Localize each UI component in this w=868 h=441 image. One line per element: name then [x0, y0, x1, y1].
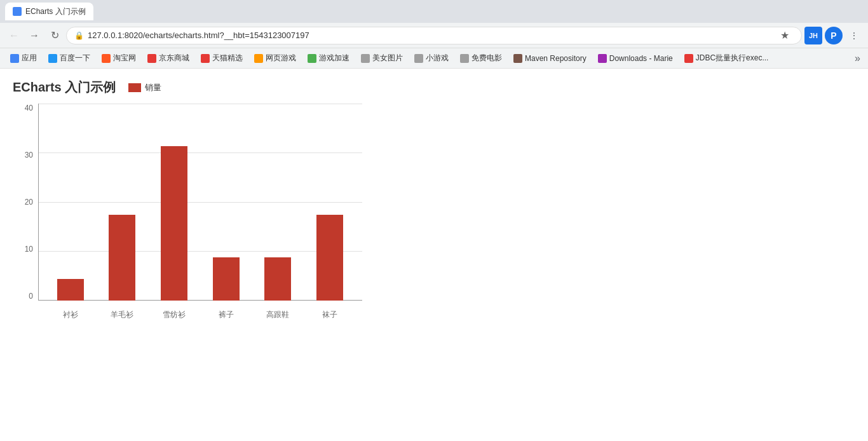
- bookmark-gameacc-label: 游戏加速: [319, 53, 349, 64]
- chart-legend: 销量: [128, 82, 161, 93]
- browser-chrome: ECharts 入门示例 ← → ↻ 🔒 127.0.0.1:8020/echa…: [0, 0, 868, 69]
- lock-icon: 🔒: [74, 31, 84, 40]
- x-axis: 衬衫羊毛衫雪纺衫裤子高跟鞋袜子: [38, 303, 362, 326]
- bookmark-movies-label: 免费电影: [471, 53, 502, 64]
- y-label-30: 30: [25, 151, 33, 159]
- nav-bar: ← → ↻ 🔒 127.0.0.1:8020/echarts/echarts.h…: [0, 23, 868, 48]
- forward-button[interactable]: →: [25, 27, 43, 44]
- y-label-10: 10: [25, 245, 33, 254]
- bookmark-downloads-label: Downloads - Marie: [609, 54, 673, 63]
- bookmark-webgames-label: 网页游戏: [266, 53, 296, 64]
- address-text: 127.0.0.1:8020/echarts/echarts.html?__hb…: [88, 31, 772, 40]
- back-button[interactable]: ←: [5, 27, 23, 44]
- x-label-4: 高跟鞋: [264, 309, 291, 320]
- bar-高跟鞋: [264, 257, 291, 301]
- bookmark-jdbc-icon: [684, 54, 693, 63]
- bookmark-girls-icon: [361, 54, 370, 63]
- bookmark-tianmao-label: 天猫精选: [212, 53, 243, 64]
- bar-袜子: [316, 215, 343, 301]
- address-bar[interactable]: 🔒 127.0.0.1:8020/echarts/echarts.html?__…: [66, 27, 802, 44]
- bookmark-webgames-icon: [254, 54, 263, 63]
- bookmark-jd-icon: [147, 54, 156, 63]
- x-label-3: 裤子: [213, 309, 240, 320]
- bookmark-apps[interactable]: 应用: [5, 51, 42, 66]
- bookmark-gameacc-icon: [308, 54, 316, 63]
- bookmark-minigames-icon: [414, 54, 423, 63]
- bookmark-tianmao[interactable]: 天猫精选: [196, 51, 248, 66]
- chart-header: ECharts 入门示例 销量: [13, 79, 855, 96]
- bookmark-downloads[interactable]: Downloads - Marie: [593, 51, 678, 66]
- active-tab[interactable]: ECharts 入门示例: [5, 3, 93, 20]
- bookmark-jd-label: 京东商城: [159, 53, 189, 64]
- tab-title: ECharts 入门示例: [25, 6, 86, 17]
- bookmarks-bar: 应用 百度一下 淘宝网 京东商城 天猫精选 网页游戏 游戏加速 美女图片: [0, 48, 868, 69]
- bookmark-girls[interactable]: 美女图片: [356, 51, 408, 66]
- bar-rect-0: [57, 279, 84, 301]
- bookmark-maven[interactable]: Maven Repository: [508, 51, 592, 66]
- x-label-0: 衬衫: [57, 309, 84, 320]
- y-axis: 40 30 20 10 0: [13, 104, 37, 301]
- bar-rect-4: [264, 257, 291, 301]
- menu-button[interactable]: ⋮: [845, 27, 863, 44]
- bookmark-jdbc-label: JDBC批量执行exec...: [696, 53, 769, 64]
- y-label-40: 40: [25, 104, 33, 112]
- bookmark-girls-label: 美女图片: [372, 53, 403, 64]
- bookmark-movies-icon: [460, 54, 469, 63]
- bookmark-taobao-icon: [102, 54, 111, 63]
- bar-衬衫: [57, 279, 84, 301]
- bookmark-jd[interactable]: 京东商城: [142, 51, 194, 66]
- bookmark-movies[interactable]: 免费电影: [455, 51, 507, 66]
- bookmark-apps-icon: [10, 54, 19, 63]
- y-label-20: 20: [25, 198, 33, 207]
- tab-bar: ECharts 入门示例: [0, 0, 868, 23]
- x-label-1: 羊毛衫: [109, 309, 135, 320]
- x-label-5: 袜子: [316, 309, 343, 320]
- bookmark-baidu[interactable]: 百度一下: [43, 51, 95, 66]
- bookmark-minigames[interactable]: 小游戏: [409, 51, 454, 66]
- bookmark-baidu-label: 百度一下: [60, 53, 90, 64]
- bookmark-maven-icon: [513, 54, 522, 63]
- bookmark-jdbc[interactable]: JDBC批量执行exec...: [679, 51, 774, 66]
- bar-羊毛衫: [109, 215, 135, 301]
- bar-rect-3: [213, 257, 240, 301]
- bar-rect-1: [109, 215, 135, 301]
- bookmark-maven-label: Maven Repository: [525, 54, 587, 63]
- nav-right-buttons: JH P ⋮: [804, 27, 863, 44]
- bookmark-baidu-icon: [48, 54, 57, 63]
- legend-color-box: [128, 83, 141, 92]
- bookmark-taobao[interactable]: 淘宝网: [97, 51, 141, 66]
- bookmark-tianmao-icon: [201, 54, 210, 63]
- bookmark-minigames-label: 小游戏: [426, 53, 449, 64]
- star-button[interactable]: ★: [776, 27, 794, 44]
- page-content: ECharts 入门示例 销量 40 30 20 10 0: [0, 69, 868, 336]
- extension-jh[interactable]: JH: [804, 27, 822, 44]
- bookmark-apps-label: 应用: [22, 53, 37, 64]
- bar-rect-2: [161, 146, 187, 301]
- x-label-2: 雪纺衫: [161, 309, 187, 320]
- bookmark-gameacc[interactable]: 游戏加速: [302, 51, 355, 66]
- reload-button[interactable]: ↻: [46, 27, 64, 44]
- bar-裤子: [213, 257, 240, 301]
- bookmark-webgames[interactable]: 网页游戏: [249, 51, 301, 66]
- legend-label: 销量: [145, 82, 161, 93]
- bookmarks-more-button[interactable]: »: [852, 53, 863, 64]
- bar-rect-5: [316, 215, 343, 301]
- bookmark-taobao-label: 淘宝网: [113, 53, 136, 64]
- y-label-0: 0: [29, 292, 33, 301]
- chart-title: ECharts 入门示例: [13, 79, 116, 96]
- profile-icon[interactable]: P: [825, 27, 843, 44]
- tab-favicon: [13, 7, 22, 16]
- bar-雪纺衫: [161, 146, 187, 301]
- bars-area: [38, 104, 362, 301]
- chart-container: 40 30 20 10 0 衬衫羊毛衫雪纺衫裤子高跟鞋袜子: [13, 104, 369, 326]
- bookmark-downloads-icon: [598, 54, 607, 63]
